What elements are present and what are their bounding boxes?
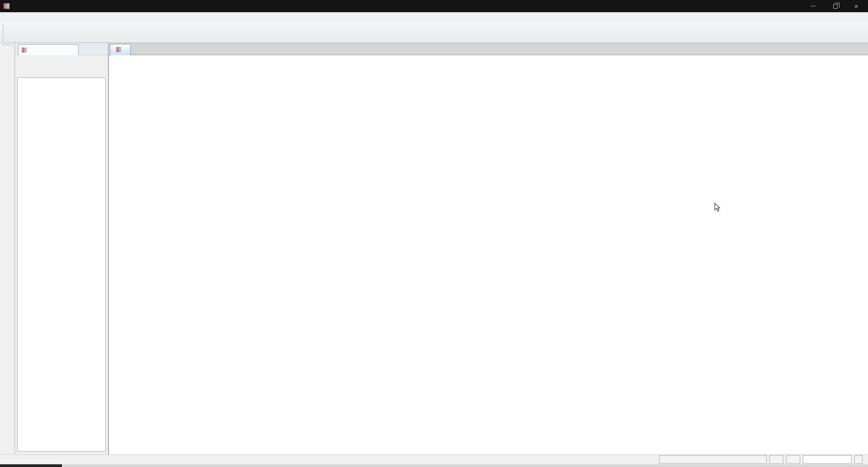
- restore-button[interactable]: [826, 0, 845, 12]
- close-button[interactable]: ×: [846, 0, 866, 12]
- main-toolbar: [0, 22, 868, 43]
- view-area: [108, 43, 868, 454]
- etabs-application-window: ×: [0, 0, 868, 467]
- 3d-scene: [109, 55, 868, 454]
- status-bar-controls: [659, 455, 863, 464]
- units-button[interactable]: [854, 455, 863, 464]
- model-explorer-header: [15, 43, 108, 55]
- bottom-edge: [0, 464, 868, 467]
- toolbar-grip[interactable]: [3, 24, 5, 41]
- view-tab-icon: [116, 47, 122, 53]
- next-step-button[interactable]: [786, 455, 800, 464]
- model-explorer-panel: [15, 43, 108, 454]
- model-tree: [17, 77, 106, 452]
- view-tab-3d[interactable]: [110, 44, 131, 55]
- view-tab-strip: [108, 43, 868, 55]
- minimize-button[interactable]: [803, 0, 823, 12]
- model-explorer-icon: [21, 47, 28, 53]
- menu-bar: [0, 12, 868, 22]
- title-bar: ×: [0, 0, 868, 12]
- start-animation-button[interactable]: [659, 455, 767, 464]
- model-explorer-tabs: [15, 55, 108, 57]
- app-logo-icon: [3, 2, 11, 10]
- draw-toolbar: [0, 43, 15, 454]
- previous-step-button[interactable]: [769, 455, 783, 464]
- coordinate-system-select[interactable]: [803, 455, 852, 464]
- status-bar: [0, 454, 868, 464]
- model-explorer-tab[interactable]: [18, 44, 79, 55]
- draw-toolbar-grip[interactable]: [3, 44, 12, 45]
- 3d-view-canvas[interactable]: [108, 55, 868, 454]
- bottom-edge-dark-segment: [0, 464, 62, 467]
